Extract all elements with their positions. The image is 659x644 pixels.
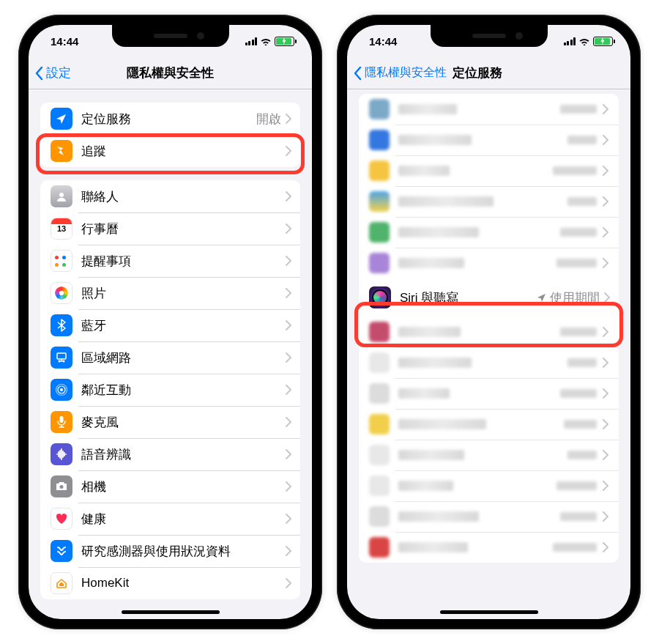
row-label: 追蹤: [81, 143, 286, 160]
list-item-blurred[interactable]: [359, 248, 619, 278]
app-list: Siri 與聽寫 使用期間: [359, 94, 619, 563]
camera-icon: [51, 475, 72, 497]
list-item-blurred[interactable]: [359, 186, 619, 217]
home-indicator[interactable]: [440, 610, 538, 614]
row-label: 提醒事項: [81, 253, 286, 270]
list-item-blurred[interactable]: [359, 347, 619, 378]
row-bluetooth[interactable]: 藍牙: [40, 309, 300, 341]
svg-point-8: [60, 485, 64, 489]
row-health[interactable]: 健康: [40, 503, 300, 535]
chevron-right-icon: [286, 114, 291, 124]
row-calendar[interactable]: 13 行事曆: [40, 212, 300, 245]
tracking-icon: [51, 140, 72, 162]
row-label: 鄰近互動: [81, 382, 286, 399]
row-camera[interactable]: 相機: [40, 470, 300, 503]
list-item-blurred[interactable]: [359, 317, 619, 347]
page-title: 隱私權與安全性: [127, 64, 214, 81]
svg-rect-7: [60, 416, 64, 423]
contacts-icon: [51, 185, 72, 207]
list-item-blurred[interactable]: [359, 532, 619, 563]
back-button[interactable]: 隱私權與安全性 定位服務: [353, 64, 502, 81]
wifi-icon: [578, 37, 590, 45]
battery-icon: [593, 37, 613, 46]
row-label: 藍牙: [81, 317, 286, 334]
status-time: 14:44: [369, 35, 397, 48]
chevron-right-icon: [286, 385, 291, 395]
chevron-right-icon: [286, 256, 291, 266]
row-nearby-interactions[interactable]: 鄰近互動: [40, 374, 300, 406]
group-privacy-categories: 聯絡人 13 行事曆 提醒事項: [40, 180, 300, 599]
row-photos[interactable]: 照片: [40, 277, 300, 309]
list-item-blurred[interactable]: [359, 155, 619, 186]
row-label: 區域網路: [81, 349, 286, 366]
row-label: 照片: [81, 285, 286, 302]
content[interactable]: 定位服務 開啟 追蹤 聯絡人: [29, 89, 312, 619]
row-label: 行事曆: [81, 221, 286, 237]
status-time: 14:44: [51, 35, 78, 48]
svg-point-4: [60, 388, 63, 391]
row-research-sensor[interactable]: 研究感測器與使用狀況資料: [40, 535, 300, 567]
homekit-icon: [51, 572, 72, 594]
cellular-signal-icon: [245, 37, 258, 45]
phone-left: 14:44 設定 隱私權與安全性 定位: [18, 15, 322, 629]
page-title: 定位服務: [453, 64, 502, 81]
chevron-right-icon: [286, 223, 291, 234]
back-label: 設定: [46, 64, 71, 81]
health-icon: [51, 508, 72, 530]
chevron-right-icon: [604, 292, 610, 303]
row-homekit[interactable]: HomeKit: [40, 567, 300, 599]
home-indicator[interactable]: [122, 610, 220, 614]
row-tracking[interactable]: 追蹤: [40, 135, 300, 167]
row-label: 聯絡人: [81, 188, 286, 205]
row-siri-dictation[interactable]: Siri 與聽寫 使用期間: [359, 278, 619, 317]
nav-bar: 隱私權與安全性 定位服務: [347, 57, 630, 89]
chevron-right-icon: [286, 288, 291, 298]
reminders-icon: [51, 250, 72, 272]
battery-icon: [275, 37, 294, 46]
chevron-right-icon: [286, 417, 291, 427]
bluetooth-icon: [51, 314, 72, 336]
status-right: [564, 37, 614, 46]
row-label: HomeKit: [81, 576, 286, 591]
row-location-services[interactable]: 定位服務 開啟: [40, 103, 300, 135]
svg-point-0: [59, 193, 64, 197]
back-label: 隱私權與安全性: [365, 65, 447, 81]
chevron-right-icon: [286, 320, 291, 330]
notch: [112, 25, 229, 47]
notch: [431, 25, 548, 47]
row-contacts[interactable]: 聯絡人: [40, 180, 300, 212]
chevron-right-icon: [286, 546, 291, 556]
list-item-blurred[interactable]: [359, 409, 619, 440]
speech-recognition-icon: [51, 443, 72, 465]
list-item-blurred[interactable]: [359, 470, 619, 501]
list-item-blurred[interactable]: [359, 440, 619, 470]
list-item-blurred[interactable]: [359, 94, 619, 125]
row-label: 語音辨識: [81, 446, 286, 463]
screen-left: 14:44 設定 隱私權與安全性 定位: [29, 25, 312, 619]
content[interactable]: Siri 與聽寫 使用期間: [347, 89, 630, 619]
location-arrow-icon: [51, 108, 72, 130]
nav-bar: 設定 隱私權與安全性: [29, 57, 312, 89]
row-local-network[interactable]: 區域網路: [40, 341, 300, 374]
row-microphone[interactable]: 麥克風: [40, 406, 300, 438]
local-network-icon: [51, 347, 72, 369]
status-right: [245, 37, 295, 46]
row-value: 開啟: [256, 111, 281, 127]
chevron-right-icon: [286, 146, 291, 156]
list-item-blurred[interactable]: [359, 501, 619, 532]
group-location-tracking: 定位服務 開啟 追蹤: [40, 103, 300, 167]
row-label: 定位服務: [81, 111, 256, 127]
list-item-blurred[interactable]: [359, 378, 619, 409]
list-item-blurred[interactable]: [359, 125, 619, 155]
phone-right: 14:44 隱私權與安全性 定位服務: [337, 15, 641, 629]
list-item-blurred[interactable]: [359, 217, 619, 248]
row-reminders[interactable]: 提醒事項: [40, 245, 300, 277]
chevron-right-icon: [286, 191, 291, 201]
row-value: 使用期間: [537, 289, 600, 306]
calendar-icon: 13: [51, 218, 72, 240]
row-speech-recognition[interactable]: 語音辨識: [40, 438, 300, 470]
cellular-signal-icon: [564, 37, 576, 45]
back-button[interactable]: 設定: [34, 64, 71, 81]
row-label: Siri 與聽寫: [400, 289, 537, 306]
svg-rect-1: [57, 353, 66, 359]
